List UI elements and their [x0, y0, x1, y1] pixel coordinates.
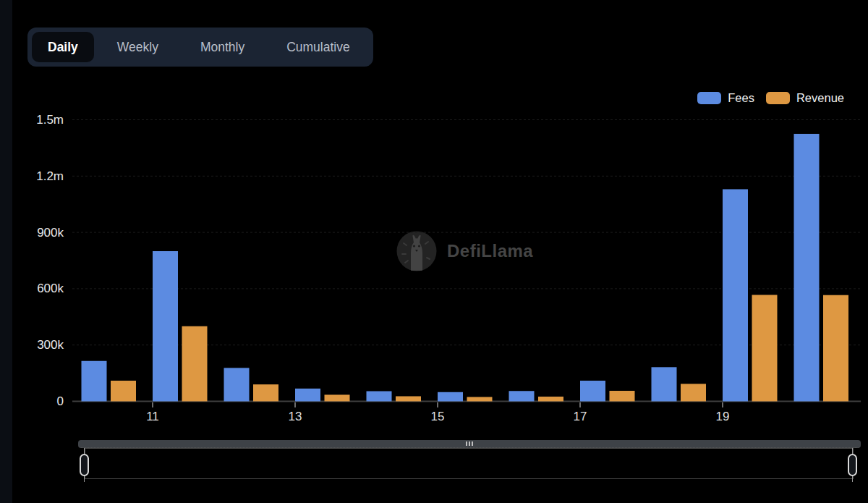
datazoom-scrollbar[interactable]: [78, 440, 861, 448]
x-axis-label-19: 19: [716, 410, 730, 423]
x-axis-label-15: 15: [431, 410, 445, 423]
bar-revenue-day15[interactable]: [467, 397, 493, 402]
scrollbar-grip-icon[interactable]: [466, 441, 473, 446]
bar-fees-day13[interactable]: [295, 389, 320, 402]
bar-fees-day14[interactable]: [367, 391, 392, 401]
datazoom-stem: [84, 448, 85, 454]
bar-revenue-day10[interactable]: [111, 381, 136, 402]
datazoom-stem: [852, 476, 853, 482]
bar-revenue-day16[interactable]: [538, 397, 563, 401]
y-axis-label-1.2m: 1.2m: [36, 169, 64, 183]
datazoom-stem: [84, 476, 85, 482]
bar-fees-day10[interactable]: [82, 361, 107, 402]
bar-revenue-day18[interactable]: [681, 384, 706, 401]
bar-revenue-day20[interactable]: [823, 295, 848, 402]
y-axis-label-300k: 300k: [37, 338, 64, 352]
bar-fees-day19[interactable]: [723, 189, 748, 401]
fees-revenue-bar-chart: 0300k600k900k1.2m1.5m1113151719: [0, 0, 868, 503]
bar-fees-day11[interactable]: [153, 251, 178, 401]
bar-revenue-day14[interactable]: [396, 396, 421, 401]
x-axis-label-11: 11: [146, 410, 159, 423]
y-axis-label-900k: 900k: [37, 226, 64, 240]
bar-revenue-day13[interactable]: [325, 394, 350, 401]
bar-fees-day17[interactable]: [580, 381, 605, 402]
bar-revenue-day12[interactable]: [253, 384, 278, 401]
bar-fees-day20[interactable]: [794, 134, 820, 402]
x-axis-label-13: 13: [289, 410, 302, 423]
datazoom-stem: [852, 448, 853, 454]
bar-fees-day16[interactable]: [509, 391, 535, 401]
fees-chart-panel: DailyWeeklyMonthlyCumulative FeesRevenue…: [0, 0, 868, 503]
bar-revenue-day17[interactable]: [610, 391, 635, 402]
bar-fees-day12[interactable]: [224, 368, 250, 401]
y-axis-label-600k: 600k: [37, 282, 64, 295]
datazoom-right-handle[interactable]: [848, 454, 857, 476]
bar-revenue-day19[interactable]: [752, 295, 778, 401]
datazoom-left-handle[interactable]: [80, 454, 89, 476]
x-axis-label-17: 17: [574, 410, 587, 423]
y-axis-label-1.5m: 1.5m: [36, 113, 64, 127]
datazoom-brush-area[interactable]: [85, 448, 854, 479]
bar-revenue-day11[interactable]: [182, 326, 208, 402]
bar-fees-day18[interactable]: [652, 367, 677, 401]
bar-fees-day15[interactable]: [438, 392, 463, 402]
y-axis-label-0: 0: [57, 394, 64, 408]
